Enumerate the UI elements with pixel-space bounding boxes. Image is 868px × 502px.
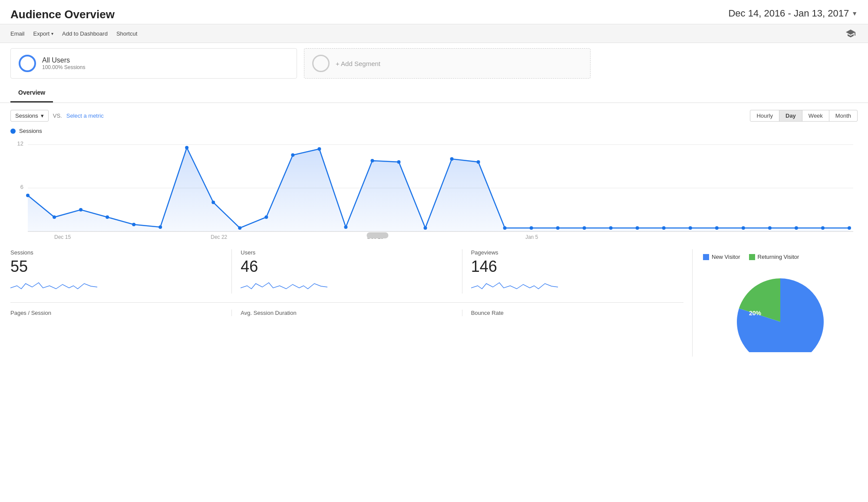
add-segment-circle-icon [312, 55, 330, 72]
top-metrics-row: Sessions 55 Users 46 Pageviews 146 [10, 249, 683, 303]
bounce-rate-label: Bounce Rate [471, 310, 683, 316]
svg-point-12 [79, 208, 83, 211]
metric-users: Users 46 [241, 249, 462, 294]
users-sparkline [241, 279, 327, 292]
svg-point-16 [185, 146, 188, 149]
svg-point-41 [848, 226, 851, 230]
metric-pages-session: Pages / Session [10, 310, 232, 316]
all-users-segment[interactable]: All Users 100.00% Sessions [10, 48, 297, 79]
export-label: Export [33, 30, 50, 37]
svg-point-20 [291, 153, 294, 157]
new-visitor-color [703, 254, 709, 260]
add-segment-label: + Add Segment [336, 60, 380, 67]
svg-point-33 [636, 226, 639, 230]
svg-text:Dec 15: Dec 15 [54, 234, 71, 240]
metric-pageviews: Pageviews 146 [471, 249, 683, 294]
svg-point-34 [662, 226, 666, 230]
sessions-sparkline [10, 279, 97, 292]
pie-chart-section: New Visitor Returning Visitor 20% [693, 249, 858, 357]
chart-section: Sessions ▾ VS. Select a metric Hourly Da… [0, 103, 868, 249]
segment-bar: All Users 100.00% Sessions + Add Segment [0, 43, 868, 84]
svg-point-32 [609, 226, 613, 230]
time-btn-hourly[interactable]: Hourly [750, 110, 779, 122]
svg-point-25 [423, 226, 427, 230]
sessions-label: Sessions [10, 249, 223, 256]
shortcut-button[interactable]: Shortcut [116, 30, 137, 37]
svg-point-38 [768, 226, 772, 230]
metric-dropdown[interactable]: Sessions ▾ [10, 110, 49, 122]
segment-name: All Users [42, 56, 85, 64]
pageviews-sparkline [471, 279, 558, 292]
time-btn-week[interactable]: Week [802, 110, 829, 122]
sessions-legend-label: Sessions [19, 128, 42, 134]
pie-legend: New Visitor Returning Visitor [703, 254, 799, 260]
toolbar: Email Export ▾ Add to Dashboard Shortcut [0, 24, 868, 43]
svg-point-31 [583, 226, 586, 230]
svg-point-19 [264, 215, 268, 219]
pageviews-value: 146 [471, 258, 683, 276]
svg-point-15 [158, 225, 162, 229]
mortar-board-icon[interactable] [844, 26, 858, 40]
chart-legend: Sessions [10, 128, 858, 134]
svg-point-22 [344, 225, 347, 229]
svg-text:Jan 5: Jan 5 [525, 234, 538, 240]
metric-dropdown-label: Sessions [15, 112, 38, 119]
chart-container: 12 6 Dec 15 Dec 22 Dec 29 Jan 5 [10, 137, 858, 242]
sessions-chart: 12 6 Dec 15 Dec 22 Dec 29 Jan 5 [10, 137, 858, 241]
svg-point-28 [503, 226, 507, 230]
svg-rect-42 [366, 232, 388, 238]
svg-point-24 [397, 160, 400, 164]
returning-visitor-legend: Returning Visitor [749, 254, 799, 260]
svg-point-17 [211, 201, 215, 204]
email-button[interactable]: Email [10, 30, 25, 37]
tabs-bar: Overview [0, 84, 868, 103]
time-btn-day[interactable]: Day [779, 110, 802, 122]
pageviews-label: Pageviews [471, 249, 683, 256]
svg-point-23 [370, 159, 374, 162]
metrics-pie-wrapper: Sessions 55 Users 46 Pageviews 146 [0, 249, 868, 357]
export-button[interactable]: Export ▾ [33, 30, 54, 37]
svg-point-18 [238, 226, 241, 230]
date-range-picker[interactable]: Dec 14, 2016 - Jan 13, 2017 ▼ [728, 8, 858, 19]
svg-point-30 [556, 226, 560, 230]
bottom-metrics-row: Pages / Session Avg. Session Duration Bo… [10, 303, 683, 316]
toolbar-left: Email Export ▾ Add to Dashboard Shortcut [10, 30, 137, 37]
metric-bounce-rate: Bounce Rate [471, 310, 683, 316]
svg-point-36 [715, 226, 719, 230]
sessions-legend-dot [10, 129, 16, 134]
page-title: Audience Overview [10, 8, 115, 21]
users-label: Users [241, 249, 453, 256]
time-btn-month[interactable]: Month [829, 110, 858, 122]
svg-point-40 [821, 226, 825, 230]
pie-chart: 20% [724, 265, 837, 352]
page-header: Audience Overview Dec 14, 2016 - Jan 13,… [0, 0, 868, 24]
metric-sessions: Sessions 55 [10, 249, 232, 294]
svg-point-13 [106, 215, 109, 219]
svg-point-14 [132, 223, 135, 226]
svg-point-11 [53, 215, 56, 219]
date-range-text: Dec 14, 2016 - Jan 13, 2017 [728, 8, 849, 19]
svg-text:20%: 20% [749, 310, 762, 317]
metric-dropdown-arrow-icon: ▾ [41, 112, 44, 119]
new-visitor-label: New Visitor [712, 254, 740, 260]
export-dropdown-icon: ▾ [51, 31, 53, 36]
metric-selector: Sessions ▾ VS. Select a metric [10, 110, 104, 122]
svg-point-21 [317, 147, 321, 151]
add-segment-card[interactable]: + Add Segment [304, 48, 591, 79]
select-metric-link[interactable]: Select a metric [66, 112, 104, 119]
add-dashboard-button[interactable]: Add to Dashboard [62, 30, 108, 37]
chart-controls: Sessions ▾ VS. Select a metric Hourly Da… [10, 110, 858, 122]
svg-point-39 [795, 226, 798, 230]
tab-overview[interactable]: Overview [10, 84, 53, 102]
vs-label: VS. [53, 112, 62, 119]
svg-point-37 [742, 226, 745, 230]
sessions-value: 55 [10, 258, 223, 276]
svg-point-35 [689, 226, 692, 230]
metric-avg-session: Avg. Session Duration [241, 310, 462, 316]
segment-info: All Users 100.00% Sessions [42, 56, 85, 70]
segment-circle-icon [19, 55, 36, 72]
returning-visitor-label: Returning Visitor [758, 254, 799, 260]
date-range-arrow-icon: ▼ [851, 10, 858, 17]
users-value: 46 [241, 258, 453, 276]
svg-text:Dec 22: Dec 22 [211, 234, 227, 240]
